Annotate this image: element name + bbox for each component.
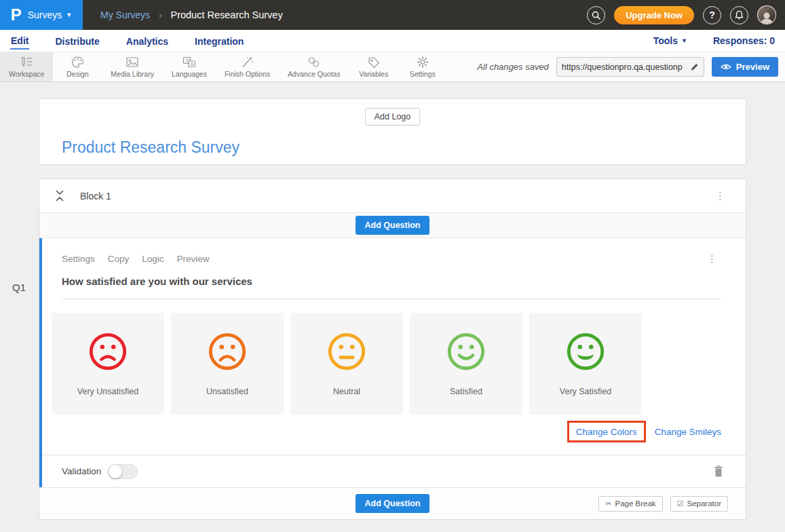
save-status: All changes saved bbox=[477, 62, 549, 72]
surveys-menu[interactable]: Surveys ▼ bbox=[28, 10, 73, 20]
toolbar-item-label: Media Library bbox=[111, 70, 154, 78]
delete-question-button[interactable] bbox=[714, 466, 723, 477]
smiley-option-satisfied[interactable]: Satisfied bbox=[410, 313, 522, 415]
block-menu-button[interactable]: ⋮ bbox=[711, 189, 729, 202]
avatar[interactable] bbox=[757, 5, 776, 24]
toolbar-item-label: Design bbox=[66, 70, 89, 78]
trash-icon bbox=[714, 466, 723, 477]
question-title-row: How satisfied are you with our services bbox=[62, 276, 721, 299]
question-title[interactable]: How satisfied are you with our services bbox=[62, 276, 252, 287]
smiley-label: Very Unsatisfied bbox=[77, 387, 138, 396]
survey-nav: Edit Distribute Analytics Integration To… bbox=[0, 30, 785, 52]
survey-title[interactable]: Product Research Survey bbox=[62, 138, 240, 157]
very-unsatisfied-smiley-icon bbox=[87, 330, 129, 373]
smiley-label: Satisfied bbox=[450, 387, 482, 396]
page-break-button[interactable]: ✂ Page Break bbox=[598, 496, 662, 512]
separator-checkbox-icon: ☑ bbox=[677, 499, 684, 508]
gear-icon bbox=[417, 56, 429, 68]
toolbar-item-design[interactable]: Design bbox=[53, 52, 102, 81]
toolbar-item-finish-options[interactable]: Finish Options bbox=[216, 52, 279, 81]
toolbar-item-label: Workspace bbox=[9, 70, 44, 78]
question-copy-link[interactable]: Copy bbox=[108, 254, 130, 264]
toolbar-item-label: Variables bbox=[359, 70, 388, 78]
toggle-knob bbox=[109, 465, 122, 478]
smiley-label: Neutral bbox=[333, 387, 360, 396]
tab-distribute[interactable]: Distribute bbox=[54, 33, 100, 49]
chevron-down-icon: ▼ bbox=[66, 12, 72, 18]
block-footer: Add Question ✂ Page Break ☑ Separator bbox=[39, 487, 746, 519]
app-window: P Surveys ▼ My Surveys › Product Researc… bbox=[0, 0, 785, 532]
help-button[interactable]: ? bbox=[703, 6, 721, 24]
smiley-option-unsatisfied[interactable]: Unsatisfied bbox=[171, 313, 284, 415]
toolbar-item-advance-quotas[interactable]: Advance Quotas bbox=[279, 52, 349, 81]
question-preview-link[interactable]: Preview bbox=[177, 254, 210, 264]
toolbar-item-label: Languages bbox=[172, 70, 207, 78]
toolbar-item-languages[interactable]: 文A Languages bbox=[163, 52, 216, 81]
toolbar-item-label: Settings bbox=[410, 70, 436, 78]
preview-button-label: Preview bbox=[736, 62, 769, 72]
responses-count: Responses: 0 bbox=[713, 35, 775, 46]
block-header: Block 1 ⋮ bbox=[39, 179, 746, 213]
satisfied-smiley-icon bbox=[445, 330, 487, 373]
toolbar-item-workspace[interactable]: Workspace bbox=[0, 52, 53, 81]
validation-row: Validation bbox=[42, 455, 746, 487]
topbar-actions: Upgrade Now ? bbox=[587, 5, 785, 24]
eye-icon bbox=[721, 63, 731, 71]
toolbar-item-settings[interactable]: Settings bbox=[398, 52, 447, 81]
magic-wand-icon bbox=[241, 56, 254, 68]
survey-url-input[interactable] bbox=[562, 62, 687, 72]
notifications-button[interactable] bbox=[730, 6, 748, 24]
question-q1: Q1 Settings Copy Logic Preview ⋮ How sat… bbox=[39, 238, 746, 487]
validation-toggle[interactable] bbox=[108, 464, 138, 479]
preview-button[interactable]: Preview bbox=[712, 57, 778, 77]
footer-right-buttons: ✂ Page Break ☑ Separator bbox=[598, 488, 728, 519]
question-mark-icon: ? bbox=[709, 10, 715, 20]
breadcrumb-current-survey: Product Research Survey bbox=[170, 10, 282, 20]
smiley-option-neutral[interactable]: Neutral bbox=[290, 313, 403, 415]
smiley-scale: Very Unsatisfied Unsatisfied bbox=[52, 313, 721, 415]
page-break-label: Page Break bbox=[615, 499, 656, 508]
page-break-icon: ✂ bbox=[605, 499, 611, 508]
add-logo-button[interactable]: Add Logo bbox=[365, 108, 421, 126]
very-satisfied-smiley-icon bbox=[564, 330, 607, 373]
questionpro-logo-icon: P bbox=[11, 7, 22, 23]
edit-pencil-icon[interactable] bbox=[690, 62, 699, 71]
toolbar-item-media-library[interactable]: Media Library bbox=[102, 52, 163, 81]
tab-integration[interactable]: Integration bbox=[194, 33, 244, 49]
chevron-down-icon: ▼ bbox=[681, 37, 687, 44]
block-card: Block 1 ⋮ Add Question Q1 Settings Copy … bbox=[39, 178, 746, 520]
validation-label: Validation bbox=[62, 466, 101, 476]
question-settings-link[interactable]: Settings bbox=[62, 254, 95, 264]
toolbar-item-label: Advance Quotas bbox=[288, 70, 341, 78]
change-smileys-link[interactable]: Change Smileys bbox=[655, 427, 721, 437]
image-icon bbox=[126, 56, 139, 68]
tools-menu[interactable]: Tools ▼ bbox=[653, 35, 687, 46]
product-switcher[interactable]: P Surveys ▼ bbox=[0, 0, 83, 30]
tab-edit[interactable]: Edit bbox=[10, 32, 29, 50]
collapse-block-button[interactable] bbox=[56, 190, 64, 202]
smiley-option-very-satisfied[interactable]: Very Satisfied bbox=[529, 313, 642, 415]
add-question-button-top[interactable]: Add Question bbox=[356, 216, 430, 235]
search-button[interactable] bbox=[587, 6, 605, 24]
add-question-button-bottom[interactable]: Add Question bbox=[356, 494, 430, 513]
annotation-highlight-box: Change Colors bbox=[567, 421, 646, 442]
search-icon bbox=[592, 11, 600, 20]
block-title[interactable]: Block 1 bbox=[80, 191, 111, 202]
tab-analytics[interactable]: Analytics bbox=[126, 33, 169, 49]
bell-icon bbox=[735, 10, 744, 20]
smiley-option-very-unsatisfied[interactable]: Very Unsatisfied bbox=[52, 313, 164, 415]
neutral-smiley-icon bbox=[326, 330, 368, 373]
smiley-label: Unsatisfied bbox=[206, 387, 248, 396]
user-photo-icon bbox=[759, 12, 774, 24]
breadcrumb-my-surveys[interactable]: My Surveys bbox=[100, 10, 150, 20]
subnav-right: Tools ▼ Responses: 0 bbox=[653, 35, 775, 46]
change-colors-link[interactable]: Change Colors bbox=[576, 427, 637, 437]
toolbar-item-variables[interactable]: Variables bbox=[349, 52, 398, 81]
editor-canvas: Add Logo Product Research Survey Block 1… bbox=[0, 82, 785, 532]
survey-url-box[interactable] bbox=[556, 57, 704, 77]
question-menu-button[interactable]: ⋮ bbox=[703, 252, 721, 265]
tag-icon bbox=[368, 56, 380, 68]
separator-button[interactable]: ☑ Separator bbox=[670, 496, 728, 512]
question-logic-link[interactable]: Logic bbox=[142, 254, 164, 264]
upgrade-now-button[interactable]: Upgrade Now bbox=[614, 6, 694, 24]
